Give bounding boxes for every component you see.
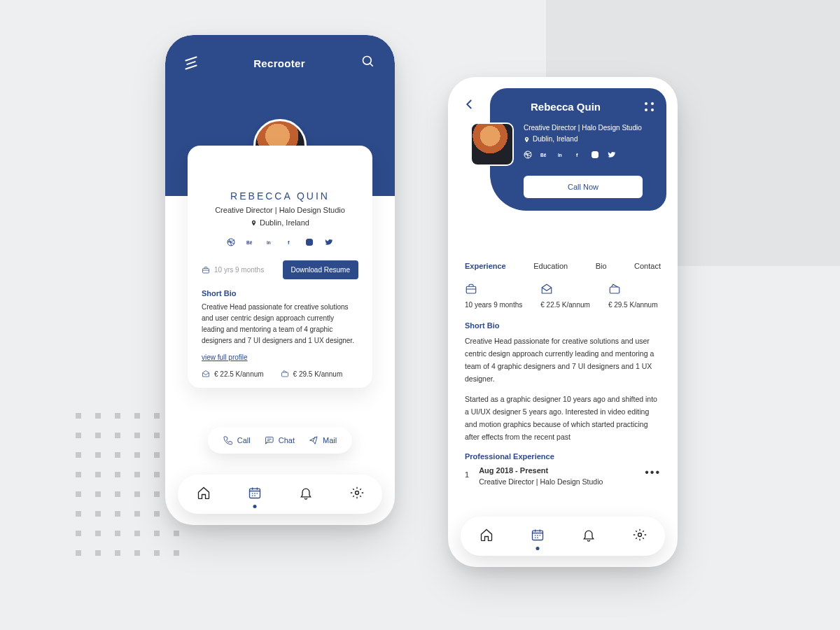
nav-notifications[interactable] bbox=[582, 528, 596, 545]
short-bio-heading: Short Bio bbox=[202, 289, 358, 298]
calendar-icon bbox=[248, 486, 262, 500]
back-button[interactable] bbox=[463, 98, 476, 113]
tab-education[interactable]: Education bbox=[533, 262, 568, 270]
facebook-icon[interactable]: f bbox=[286, 237, 294, 249]
tab-contact[interactable]: Contact bbox=[634, 262, 661, 270]
stats-row: 10 years 9 months € 22.5 K/annum € 29.5 … bbox=[465, 283, 661, 309]
action-mail[interactable]: Mail bbox=[309, 435, 337, 445]
home-icon bbox=[197, 486, 211, 500]
bottom-nav bbox=[461, 517, 665, 556]
svg-rect-21 bbox=[610, 287, 620, 293]
bio-para-1: Creative Head passionate for creative so… bbox=[465, 335, 661, 385]
action-chat[interactable]: Chat bbox=[265, 435, 295, 445]
svg-point-18 bbox=[594, 153, 596, 156]
phone-icon bbox=[223, 435, 233, 445]
search-icon[interactable] bbox=[361, 55, 375, 71]
gear-icon bbox=[350, 486, 364, 500]
prof-exp-heading: Professional Experience bbox=[465, 452, 661, 461]
profile-header-card: Rebecca Quin Creative Director | Halo De… bbox=[490, 88, 666, 211]
profile-name: REBECCA QUIN bbox=[202, 190, 358, 202]
stat-experience: 10 years 9 months bbox=[465, 283, 522, 309]
svg-text:f: f bbox=[288, 239, 290, 246]
svg-text:in: in bbox=[558, 153, 562, 158]
wallet-icon bbox=[281, 370, 289, 378]
briefcase-icon bbox=[202, 266, 210, 274]
exp-index: 1 bbox=[465, 470, 469, 479]
svg-point-12 bbox=[355, 491, 358, 495]
stat-salary-expected: € 29.5 K/annum bbox=[608, 283, 658, 309]
tab-experience[interactable]: Experience bbox=[465, 262, 506, 270]
behance-icon[interactable]: Bē bbox=[246, 237, 255, 249]
bio-para-2: Started as a graphic designer 10 years a… bbox=[465, 393, 661, 443]
dribbble-icon[interactable] bbox=[524, 150, 532, 162]
exp-dates: Aug 2018 - Present bbox=[479, 466, 635, 475]
twitter-icon[interactable] bbox=[608, 150, 616, 162]
pin-icon bbox=[524, 136, 530, 143]
linkedin-icon[interactable]: in bbox=[266, 237, 274, 249]
tab-bio[interactable]: Bio bbox=[596, 262, 607, 270]
svg-point-6 bbox=[308, 241, 311, 244]
nav-home[interactable] bbox=[479, 528, 493, 545]
exp-more-icon[interactable]: ••• bbox=[645, 466, 661, 479]
linkedin-icon[interactable]: in bbox=[557, 150, 566, 162]
calendar-icon bbox=[531, 528, 545, 542]
bell-icon bbox=[299, 486, 313, 500]
tabs: Experience Education Bio Contact bbox=[465, 262, 661, 270]
nav-settings[interactable] bbox=[633, 528, 647, 545]
salary-expected: € 29.5 K/annum bbox=[281, 370, 343, 378]
svg-point-23 bbox=[638, 533, 641, 537]
profile-card: REBECCA QUIN Creative Director | Halo De… bbox=[188, 146, 372, 388]
svg-point-19 bbox=[596, 153, 597, 153]
social-links: Bē in f bbox=[202, 237, 358, 249]
nav-calendar[interactable] bbox=[531, 528, 545, 545]
instagram-icon[interactable] bbox=[591, 150, 599, 162]
wallet-icon bbox=[608, 283, 621, 295]
gear-icon bbox=[633, 528, 647, 542]
exp-item: 1 Aug 2018 - Present Creative Director |… bbox=[465, 466, 661, 486]
mail-open-icon bbox=[540, 283, 553, 295]
nav-notifications[interactable] bbox=[299, 486, 313, 503]
contact-actions: Call Chat Mail bbox=[208, 427, 352, 454]
salary-row: € 22.5 K/annum € 29.5 K/annum bbox=[202, 370, 358, 378]
svg-text:f: f bbox=[576, 152, 578, 158]
profile-role: Creative Director | Halo Design Studio bbox=[202, 206, 358, 214]
svg-text:Bē: Bē bbox=[246, 240, 253, 245]
view-full-profile-link[interactable]: view full profile bbox=[202, 354, 358, 361]
short-bio-heading: Short Bio bbox=[465, 321, 661, 330]
social-links: Bē in f bbox=[524, 150, 642, 162]
profile-meta: Creative Director | Halo Design Studio D… bbox=[524, 122, 642, 162]
avatar[interactable] bbox=[470, 122, 514, 166]
phone-profile-preview: Recrooter REBECCA QUIN Creative Director… bbox=[165, 35, 395, 525]
mail-open-icon bbox=[202, 370, 210, 378]
instagram-icon[interactable] bbox=[305, 237, 314, 249]
facebook-icon[interactable]: f bbox=[574, 150, 582, 162]
salary-current: € 22.5 K/annum bbox=[202, 370, 264, 378]
send-icon bbox=[309, 435, 318, 445]
call-now-button[interactable]: Call Now bbox=[524, 176, 643, 198]
more-icon[interactable] bbox=[645, 102, 654, 111]
svg-rect-9 bbox=[281, 372, 288, 377]
nav-calendar[interactable] bbox=[248, 486, 262, 503]
nav-settings[interactable] bbox=[350, 486, 364, 503]
action-call[interactable]: Call bbox=[223, 435, 251, 445]
dribbble-icon[interactable] bbox=[227, 237, 235, 249]
stat-salary-current: € 22.5 K/annum bbox=[540, 283, 590, 309]
profile-name: Rebecca Quin bbox=[531, 101, 601, 113]
behance-icon[interactable]: Bē bbox=[540, 150, 549, 162]
svg-rect-8 bbox=[203, 268, 209, 273]
chat-icon bbox=[265, 435, 274, 445]
app-title: Recrooter bbox=[253, 57, 305, 69]
svg-text:Bē: Bē bbox=[540, 153, 547, 158]
download-resume-button[interactable]: Download Resume bbox=[283, 260, 359, 279]
nav-home[interactable] bbox=[197, 486, 211, 503]
experience-pill: 10 yrs 9 months bbox=[202, 266, 264, 274]
svg-rect-10 bbox=[266, 437, 274, 442]
svg-rect-20 bbox=[466, 286, 476, 293]
svg-point-7 bbox=[311, 240, 312, 241]
bell-icon bbox=[582, 528, 596, 542]
svg-text:in: in bbox=[267, 240, 271, 245]
svg-point-0 bbox=[363, 57, 372, 65]
twitter-icon[interactable] bbox=[325, 237, 333, 249]
menu-icon[interactable] bbox=[185, 58, 197, 68]
pin-icon bbox=[251, 220, 257, 226]
